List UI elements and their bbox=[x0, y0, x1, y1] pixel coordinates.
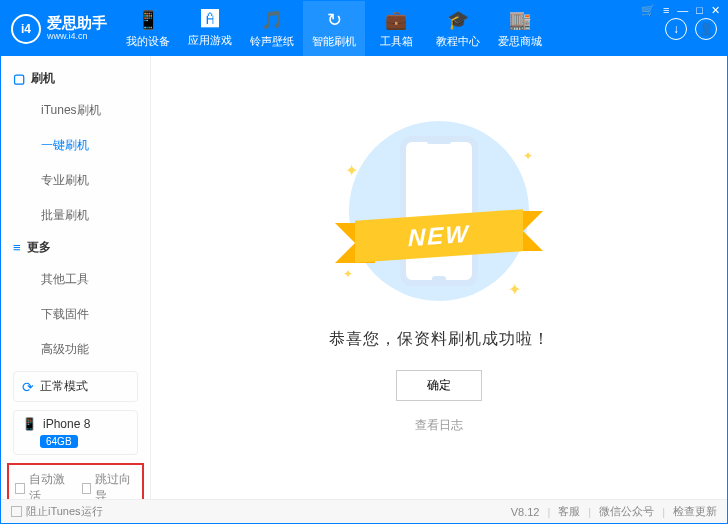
sidebar-section-flash: ▢刷机 bbox=[1, 64, 150, 93]
block-itunes-checkbox[interactable]: 阻止iTunes运行 bbox=[11, 504, 103, 519]
maximize-icon[interactable]: □ bbox=[696, 4, 703, 17]
flash-icon: ▢ bbox=[13, 71, 25, 86]
sidebar-item-advanced[interactable]: 高级功能 bbox=[1, 332, 150, 367]
app-logo: i4 爱思助手 www.i4.cn bbox=[1, 14, 117, 44]
device-storage-badge: 64GB bbox=[40, 435, 78, 448]
nav-label: 智能刷机 bbox=[312, 34, 356, 49]
sidebar-item-other-tools[interactable]: 其他工具 bbox=[1, 262, 150, 297]
sidebar-section-more: ≡更多 bbox=[1, 233, 150, 262]
sidebar-item-oneclick-flash[interactable]: 一键刷机 bbox=[1, 128, 150, 163]
nav-label: 我的设备 bbox=[126, 34, 170, 49]
ok-button[interactable]: 确定 bbox=[396, 370, 482, 401]
nav-smart-flash[interactable]: ↻智能刷机 bbox=[303, 1, 365, 56]
shop-icon: 🏬 bbox=[509, 9, 531, 31]
toolbox-icon: 💼 bbox=[385, 9, 407, 31]
sparkle-icon: ✦ bbox=[343, 267, 353, 281]
sidebar-item-batch-flash[interactable]: 批量刷机 bbox=[1, 198, 150, 233]
minimize-icon[interactable]: — bbox=[677, 4, 688, 17]
more-icon: ≡ bbox=[13, 240, 21, 255]
sync-icon: ⟳ bbox=[22, 379, 34, 395]
app-footer: 阻止iTunes运行 V8.12 | 客服 | 微信公众号 | 检查更新 bbox=[1, 499, 727, 523]
wechat-link[interactable]: 微信公众号 bbox=[599, 504, 654, 519]
ribbon-new: NEW bbox=[355, 209, 523, 263]
nav-label: 应用游戏 bbox=[188, 33, 232, 48]
device-mode-label: 正常模式 bbox=[40, 378, 88, 395]
nav-tutorials[interactable]: 🎓教程中心 bbox=[427, 1, 489, 56]
nav-my-device[interactable]: 📱我的设备 bbox=[117, 1, 179, 56]
sidebar: ▢刷机 iTunes刷机 一键刷机 专业刷机 批量刷机 ≡更多 其他工具 下载固… bbox=[1, 56, 151, 499]
cart-icon[interactable]: 🛒 bbox=[641, 4, 655, 17]
check-update-link[interactable]: 检查更新 bbox=[673, 504, 717, 519]
view-log-link[interactable]: 查看日志 bbox=[415, 417, 463, 434]
auto-activate-label: 自动激活 bbox=[29, 471, 70, 499]
sidebar-item-itunes-flash[interactable]: iTunes刷机 bbox=[1, 93, 150, 128]
nav-toolbox[interactable]: 💼工具箱 bbox=[365, 1, 427, 56]
logo-badge: i4 bbox=[11, 14, 41, 44]
auto-activate-checkbox[interactable]: 自动激活 bbox=[15, 471, 70, 499]
device-info: 📱iPhone 8 64GB bbox=[13, 410, 138, 455]
nav-label: 爱思商城 bbox=[498, 34, 542, 49]
window-controls: 🛒 ≡ — □ ✕ bbox=[641, 4, 720, 17]
top-nav: 📱我的设备 🅰应用游戏 🎵铃声壁纸 ↻智能刷机 💼工具箱 🎓教程中心 🏬爱思商城 bbox=[117, 1, 551, 56]
sparkle-icon: ✦ bbox=[523, 149, 533, 163]
book-icon: 🎓 bbox=[447, 9, 469, 31]
logo-title: 爱思助手 bbox=[47, 15, 107, 32]
app-header: 🛒 ≡ — □ ✕ i4 爱思助手 www.i4.cn 📱我的设备 🅰应用游戏 … bbox=[1, 1, 727, 56]
nav-ringtone-wallpaper[interactable]: 🎵铃声壁纸 bbox=[241, 1, 303, 56]
main-content: ✦ ✦ ✦ ✦ NEW 恭喜您，保资料刷机成功啦！ 确定 查看日志 bbox=[151, 56, 727, 499]
sidebar-section-label: 更多 bbox=[27, 239, 51, 256]
note-icon: 🎵 bbox=[261, 9, 283, 31]
success-illustration: ✦ ✦ ✦ ✦ NEW bbox=[339, 121, 539, 311]
app-icon: 🅰 bbox=[201, 9, 219, 30]
success-message: 恭喜您，保资料刷机成功啦！ bbox=[329, 329, 550, 350]
user-button[interactable]: 👤 bbox=[695, 18, 717, 40]
sidebar-item-pro-flash[interactable]: 专业刷机 bbox=[1, 163, 150, 198]
sparkle-icon: ✦ bbox=[345, 161, 358, 180]
version-label: V8.12 bbox=[511, 506, 540, 518]
download-button[interactable]: ↓ bbox=[665, 18, 687, 40]
nav-label: 教程中心 bbox=[436, 34, 480, 49]
sparkle-icon: ✦ bbox=[508, 280, 521, 299]
support-link[interactable]: 客服 bbox=[558, 504, 580, 519]
device-name: iPhone 8 bbox=[43, 417, 90, 431]
device-mode-status: ⟳ 正常模式 bbox=[13, 371, 138, 402]
logo-subtitle: www.i4.cn bbox=[47, 32, 107, 42]
bottom-options-highlight: 自动激活 跳过向导 bbox=[7, 463, 144, 499]
nav-apps-games[interactable]: 🅰应用游戏 bbox=[179, 1, 241, 56]
nav-label: 铃声壁纸 bbox=[250, 34, 294, 49]
skip-wizard-label: 跳过向导 bbox=[95, 471, 136, 499]
nav-label: 工具箱 bbox=[380, 34, 413, 49]
skip-wizard-checkbox[interactable]: 跳过向导 bbox=[82, 471, 137, 499]
refresh-icon: ↻ bbox=[327, 9, 342, 31]
nav-shop[interactable]: 🏬爱思商城 bbox=[489, 1, 551, 56]
close-icon[interactable]: ✕ bbox=[711, 4, 720, 17]
menu-icon[interactable]: ≡ bbox=[663, 4, 669, 17]
sidebar-item-download-firmware[interactable]: 下载固件 bbox=[1, 297, 150, 332]
phone-icon: 📱 bbox=[137, 9, 159, 31]
sidebar-section-label: 刷机 bbox=[31, 70, 55, 87]
block-itunes-label: 阻止iTunes运行 bbox=[26, 504, 103, 519]
device-icon: 📱 bbox=[22, 417, 37, 431]
